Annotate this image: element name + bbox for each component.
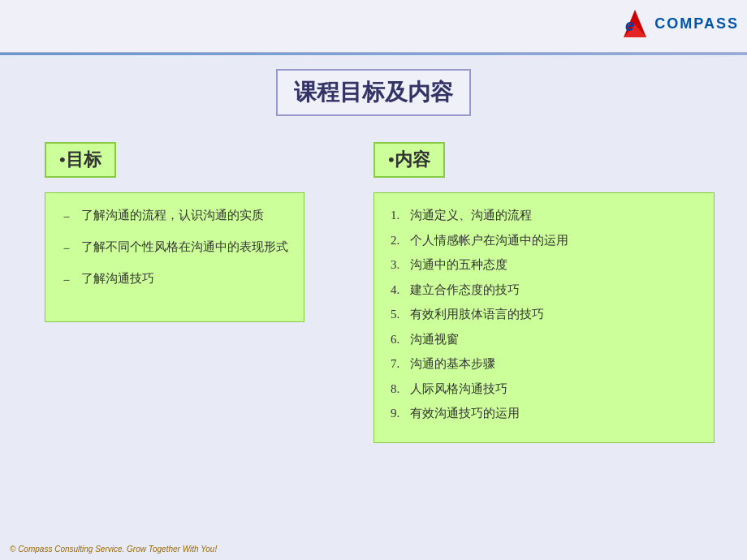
slide: e COMPASS 课程目标及内容 •目标 － 了解沟通的流程，认识沟通的实质 … <box>0 0 747 560</box>
right-item-3: 沟通中的五种态度 <box>410 256 507 274</box>
blue-accent-line <box>0 53 747 55</box>
right-content-box: 1. 沟通定义、沟通的流程 2. 个人情感帐户在沟通中的运用 3. 沟通中的五种… <box>374 192 715 443</box>
num-5: 5. <box>391 305 410 324</box>
num-6: 6. <box>391 330 410 349</box>
right-item-2: 个人情感帐户在沟通中的运用 <box>410 231 568 250</box>
left-item-2: 了解不同个性风格在沟通中的表现形式 <box>81 238 288 256</box>
right-section: •内容 1. 沟通定义、沟通的流程 2. 个人情感帐户在沟通中的运用 3. 沟通… <box>374 142 715 443</box>
list-item: 1. 沟通定义、沟通的流程 <box>391 206 697 225</box>
dash-icon: － <box>60 207 73 226</box>
svg-text:e: e <box>625 16 634 34</box>
list-item: 5. 有效利用肢体语言的技巧 <box>391 305 697 324</box>
right-item-7: 沟通的基本步骤 <box>410 355 495 373</box>
right-item-4: 建立合作态度的技巧 <box>410 281 520 299</box>
num-8: 8. <box>391 380 410 398</box>
list-item: 2. 个人情感帐户在沟通中的运用 <box>391 231 697 250</box>
top-bar: e COMPASS <box>0 0 747 53</box>
left-item-3: 了解沟通技巧 <box>81 269 154 288</box>
right-item-6: 沟通视窗 <box>410 330 459 349</box>
right-section-header: •内容 <box>374 142 445 178</box>
right-item-5: 有效利用肢体语言的技巧 <box>410 305 544 324</box>
compass-logo-icon: e <box>617 6 651 41</box>
list-item: － 了解沟通的流程，认识沟通的实质 <box>60 206 289 226</box>
list-item: 6. 沟通视窗 <box>391 330 697 349</box>
num-4: 4. <box>391 281 410 299</box>
list-item: 7. 沟通的基本步骤 <box>391 355 697 373</box>
right-item-9: 有效沟通技巧的运用 <box>410 404 520 423</box>
copyright-text: © Compass Consulting Service. Grow Toget… <box>10 545 217 554</box>
num-9: 9. <box>391 404 410 423</box>
dash-icon: － <box>60 239 73 258</box>
list-item: 3. 沟通中的五种态度 <box>391 256 697 274</box>
right-item-8: 人际风格沟通技巧 <box>410 380 507 398</box>
num-2: 2. <box>391 231 410 250</box>
list-item: － 了解沟通技巧 <box>60 269 289 290</box>
list-item: － 了解不同个性风格在沟通中的表现形式 <box>60 238 289 258</box>
num-1: 1. <box>391 206 410 225</box>
list-item: 9. 有效沟通技巧的运用 <box>391 404 697 423</box>
dash-icon: － <box>60 270 73 290</box>
right-item-1: 沟通定义、沟通的流程 <box>410 206 532 225</box>
left-content-box: － 了解沟通的流程，认识沟通的实质 － 了解不同个性风格在沟通中的表现形式 － … <box>45 192 304 322</box>
num-3: 3. <box>391 256 410 274</box>
slide-title: 课程目标及内容 <box>276 69 471 116</box>
logo-text: COMPASS <box>654 15 739 32</box>
left-section: •目标 － 了解沟通的流程，认识沟通的实质 － 了解不同个性风格在沟通中的表现形… <box>45 142 304 322</box>
num-7: 7. <box>391 355 410 373</box>
logo-area: e COMPASS <box>617 6 739 41</box>
list-item: 8. 人际风格沟通技巧 <box>391 380 697 398</box>
left-item-1: 了解沟通的流程，认识沟通的实质 <box>81 206 264 225</box>
list-item: 4. 建立合作态度的技巧 <box>391 281 697 299</box>
left-section-header: •目标 <box>45 142 116 178</box>
